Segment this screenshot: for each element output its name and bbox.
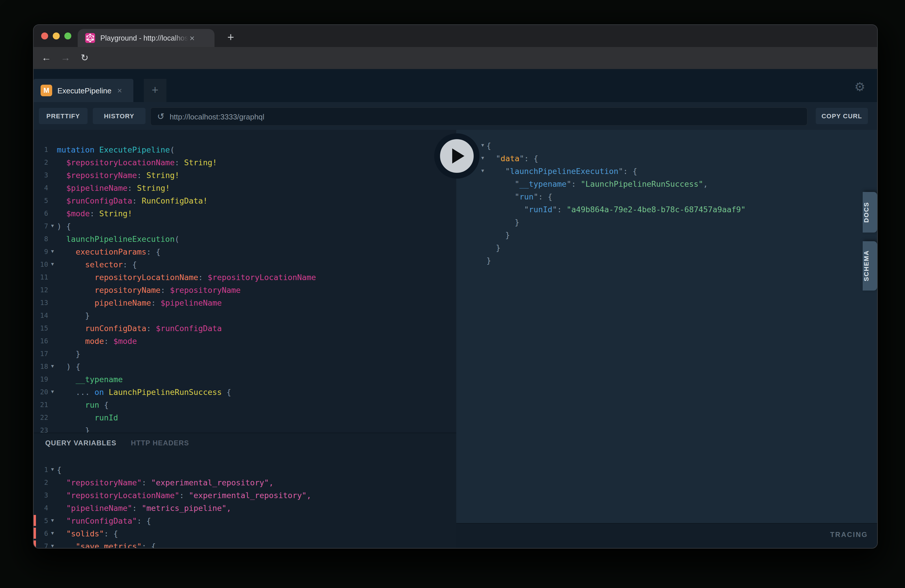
- tab-http-headers[interactable]: HTTP HEADERS: [131, 439, 189, 447]
- fold-spacer: [456, 216, 486, 229]
- fold-spacer: [48, 207, 57, 220]
- close-playground-tab-icon[interactable]: ×: [117, 86, 122, 95]
- code-line: 10▼ selector: {: [33, 258, 456, 271]
- fold-arrow-icon[interactable]: ▼: [48, 360, 57, 373]
- fold-arrow-icon[interactable]: ▼: [48, 527, 57, 540]
- fold-arrow-icon[interactable]: ▼: [48, 540, 57, 548]
- variables-panel-tabs: QUERY VARIABLES HTTP HEADERS: [45, 439, 189, 447]
- code-text: "launchPipelineExecution": {: [486, 165, 637, 178]
- fold-spacer: [48, 398, 57, 411]
- code-text: }: [486, 229, 510, 241]
- fold-spacer: [48, 335, 57, 347]
- line-number: 17: [33, 347, 48, 360]
- code-line: 2 "repositoryName": "experimental_reposi…: [33, 476, 456, 489]
- zoom-window-button[interactable]: [64, 32, 71, 40]
- close-tab-icon[interactable]: ×: [190, 33, 195, 42]
- fold-arrow-icon[interactable]: ▼: [48, 220, 57, 232]
- code-text: "run": {: [486, 190, 553, 203]
- docs-side-tab[interactable]: DOCS: [863, 192, 877, 232]
- line-number: 10: [33, 258, 48, 271]
- fold-arrow-icon[interactable]: ▼: [48, 386, 57, 398]
- line-number: 12: [33, 284, 48, 296]
- tracing-label[interactable]: TRACING: [830, 531, 868, 539]
- code-text: "repositoryLocationName": "experimental_…: [57, 489, 311, 502]
- fold-arrow-icon[interactable]: ▼: [48, 463, 57, 476]
- line-number: 7: [33, 540, 48, 548]
- line-number: 14: [33, 309, 48, 322]
- lint-marker: [33, 540, 36, 548]
- code-text: }: [486, 216, 519, 229]
- close-window-button[interactable]: [41, 32, 48, 40]
- code-text: mutation ExecutePipeline(: [57, 143, 175, 156]
- code-text: repositoryLocationName: $repositoryLocat…: [57, 271, 316, 284]
- code-line: 23 }: [33, 424, 456, 432]
- code-text: $pipelineName: String!: [57, 181, 170, 194]
- code-line: }: [456, 216, 877, 229]
- code-text: "data": {: [486, 152, 538, 165]
- fold-spacer: [456, 229, 486, 241]
- code-text: {: [486, 139, 491, 152]
- endpoint-input[interactable]: ↺ http://localhost:3333/graphql: [150, 107, 808, 126]
- new-playground-tab-button[interactable]: +: [144, 79, 167, 102]
- play-icon: [452, 148, 464, 164]
- line-number: 13: [33, 296, 48, 309]
- code-line: }: [456, 254, 877, 267]
- fold-spacer: [456, 241, 486, 254]
- code-line: ▼ "launchPipelineExecution": {: [456, 165, 877, 178]
- code-text: runConfigData: $runConfigData: [57, 322, 222, 335]
- code-line: 16 mode: $mode: [33, 335, 456, 347]
- fold-spacer: [48, 181, 57, 194]
- code-line: }: [456, 241, 877, 254]
- graphql-favicon-icon: [85, 33, 95, 43]
- line-number: 21: [33, 398, 48, 411]
- fold-arrow-icon[interactable]: ▼: [48, 245, 57, 258]
- variables-editor[interactable]: 1▼{2 "repositoryName": "experimental_rep…: [33, 463, 456, 548]
- playground-tab-title: ExecutePipeline: [57, 86, 111, 95]
- fold-arrow-icon[interactable]: ▼: [48, 258, 57, 271]
- reset-endpoint-icon[interactable]: ↺: [157, 111, 164, 122]
- playground-tab-executepipeline[interactable]: M ExecutePipeline ×: [33, 79, 133, 102]
- fold-spacer: [48, 296, 57, 309]
- line-number: 3: [33, 489, 48, 502]
- reload-icon[interactable]: ↻: [78, 51, 92, 65]
- fold-spacer: [456, 254, 486, 267]
- tab-query-variables[interactable]: QUERY VARIABLES: [45, 439, 116, 447]
- forward-icon[interactable]: →: [59, 51, 73, 65]
- line-number: 2: [33, 156, 48, 169]
- fold-spacer: [456, 190, 486, 203]
- response-viewer[interactable]: ▼{▼ "data": {▼ "launchPipelineExecution"…: [456, 130, 877, 267]
- fold-spacer: [48, 169, 57, 181]
- schema-side-tab[interactable]: SCHEMA: [863, 241, 877, 291]
- code-line: ▼ "data": {: [456, 152, 877, 165]
- fold-arrow-icon[interactable]: ▼: [48, 514, 57, 527]
- query-pane: 1mutation ExecutePipeline(2 $repositoryL…: [33, 130, 456, 548]
- settings-gear-icon[interactable]: ⚙: [852, 79, 867, 95]
- code-text: selector: {: [57, 258, 137, 271]
- code-line: 4 $pipelineName: String!: [33, 181, 456, 194]
- code-line: 21 run {: [33, 398, 456, 411]
- code-line: 14 }: [33, 309, 456, 322]
- browser-tab[interactable]: Playground - http://localhost:33 ×: [78, 29, 214, 47]
- code-text: repositoryName: $repositoryName: [57, 284, 241, 296]
- line-number: 22: [33, 411, 48, 424]
- fold-spacer: [48, 347, 57, 360]
- minimize-window-button[interactable]: [53, 32, 60, 40]
- line-number: 1: [33, 463, 48, 476]
- code-line: 3 $repositoryName: String!: [33, 169, 456, 181]
- line-number: 3: [33, 169, 48, 181]
- code-text: $runConfigData: RunConfigData!: [57, 194, 208, 207]
- back-icon[interactable]: ←: [40, 51, 53, 65]
- code-line: 8 launchPipelineExecution(: [33, 232, 456, 245]
- graphql-playground: M ExecutePipeline × + ⚙ PRETTIFY HISTORY…: [33, 69, 877, 548]
- execute-play-button[interactable]: [434, 133, 479, 179]
- browser-tab-strip: Playground - http://localhost:33 × +: [33, 25, 877, 47]
- copy-curl-button[interactable]: COPY CURL: [816, 108, 868, 124]
- playground-toolbar: PRETTIFY HISTORY ↺ http://localhost:3333…: [33, 102, 877, 130]
- line-number: 5: [33, 514, 48, 527]
- prettify-button[interactable]: PRETTIFY: [39, 108, 87, 124]
- code-line: 2 $repositoryLocationName: String!: [33, 156, 456, 169]
- query-editor[interactable]: 1mutation ExecutePipeline(2 $repositoryL…: [33, 130, 456, 432]
- new-tab-button[interactable]: +: [222, 30, 239, 46]
- history-button[interactable]: HISTORY: [93, 108, 146, 124]
- code-line: 7▼ "save_metrics": {: [33, 540, 456, 548]
